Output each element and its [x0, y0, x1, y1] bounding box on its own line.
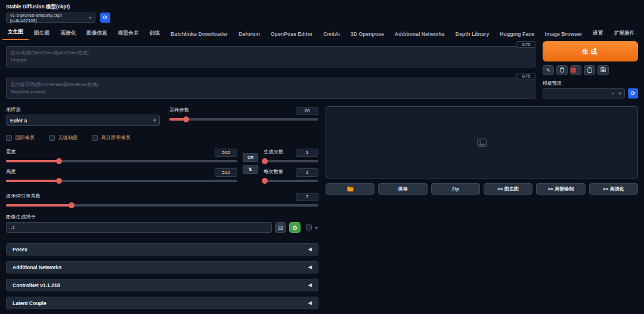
hires-fix-checkbox[interactable]: 高分辨率修复	[92, 134, 131, 141]
tab-extensions[interactable]: 扩展插件	[608, 27, 640, 40]
tab-deforum[interactable]: Deforum	[233, 29, 265, 40]
sampler-label: 采样器	[6, 106, 160, 113]
model-label: Stable Diffusion 模型(ckpt)	[6, 4, 638, 11]
image-placeholder-icon	[477, 138, 487, 147]
style-presets-select[interactable]: × ▾	[543, 88, 625, 98]
width-label: 宽度	[6, 149, 16, 155]
top-bar: Stable Diffusion 模型(ckpt) v1-5-pruned-em…	[0, 0, 644, 23]
tab-img2img[interactable]: 图生图	[29, 27, 55, 40]
token-counter: 0/75	[516, 41, 535, 48]
checkbox-icon	[6, 135, 12, 141]
tab-image-browser[interactable]: Image Browser	[540, 29, 587, 40]
send-to-upscale-button[interactable]: >> 高清化	[589, 183, 638, 195]
tab-png-info[interactable]: 图像信息	[81, 27, 113, 40]
tab-train[interactable]: 训练	[144, 27, 165, 40]
reuse-seed-button[interactable]: ♻	[289, 222, 301, 233]
chevron-left-icon: ◀	[308, 264, 312, 270]
tab-upscale[interactable]: 高清化	[55, 27, 81, 40]
batch-size-input[interactable]: 1	[296, 168, 318, 177]
seed-input[interactable]	[6, 222, 272, 233]
height-input[interactable]: 512	[215, 168, 237, 177]
random-seed-button[interactable]: ⚄	[275, 222, 286, 233]
accordion-posex[interactable]: Posex ◀	[6, 243, 318, 255]
cfg-scale-slider[interactable]	[6, 204, 318, 207]
model-select-value: v1-5-pruned-emaonly.ckpt [cc6cb27103]	[10, 13, 89, 23]
width-input[interactable]: 512	[215, 149, 237, 157]
chevron-down-icon: ▾	[153, 118, 156, 123]
tab-txt2img[interactable]: 文生图	[2, 26, 29, 40]
trash-icon	[559, 67, 565, 73]
batch-size-label: 每次数量	[264, 168, 283, 175]
batch-count-slider[interactable]	[264, 160, 318, 162]
chevron-left-icon: ◀	[308, 300, 312, 306]
app-root: Stable Diffusion 模型(ckpt) v1-5-pruned-em…	[0, 0, 644, 314]
model-select[interactable]: v1-5-pruned-emaonly.ckpt [cc6cb27103] ▾	[6, 13, 95, 23]
restore-faces-checkbox[interactable]: 面部修复	[6, 134, 35, 141]
tab-batchlinks-downloader[interactable]: Batchlinks Downloader	[165, 29, 233, 40]
batch-count-input[interactable]: 1	[296, 149, 318, 157]
clear-icon[interactable]: ×	[612, 91, 615, 96]
tab-3d-openpose[interactable]: 3D Openpose	[345, 29, 389, 40]
aspect-ratio-off-button[interactable]: Off	[243, 153, 258, 162]
accordion-controlnet[interactable]: ControlNet v1.1.218 ◀	[6, 279, 318, 291]
refresh-styles-button[interactable]: ⟳	[628, 88, 638, 98]
send-to-inpaint-button[interactable]: >> 局部绘制	[536, 183, 585, 195]
apply-style-button[interactable]	[584, 65, 595, 75]
paste-params-button[interactable]: ✎	[543, 65, 554, 75]
steps-label: 采样步数	[169, 107, 189, 113]
slider-handle[interactable]	[262, 158, 268, 164]
tab-additional-networks[interactable]: Additional Networks	[389, 29, 450, 40]
batch-size-slider[interactable]	[264, 180, 318, 182]
generate-panel: 生成 ✎ 模板预设	[543, 41, 638, 101]
tab-hugging-face[interactable]: Hugging Face	[494, 29, 539, 40]
negative-prompt-input[interactable]	[6, 78, 535, 99]
height-label: 高度	[6, 168, 16, 175]
cfg-scale-input[interactable]: 7	[296, 193, 318, 201]
steps-slider[interactable]	[169, 118, 318, 121]
steps-input[interactable]: 20	[296, 107, 318, 115]
extra-networks-card-icon	[571, 67, 576, 73]
chevron-down-icon: ▾	[89, 16, 91, 20]
chevron-left-icon: ◀	[308, 282, 312, 288]
refresh-icon: ⟳	[630, 90, 635, 97]
prompt-column: 0/75 0/75	[6, 41, 535, 101]
sampler-select[interactable]: Euler a ▾	[6, 115, 160, 126]
prompt-input[interactable]	[6, 46, 535, 67]
swap-dimensions-button[interactable]: ⇅	[243, 165, 258, 174]
tab-settings[interactable]: 设置	[587, 27, 608, 40]
generate-button[interactable]: 生成	[543, 41, 638, 61]
slider-handle[interactable]	[69, 202, 75, 208]
accordion-additional-networks[interactable]: Additional Networks ◀	[6, 261, 318, 273]
chevron-down-icon: ▾	[618, 91, 621, 96]
save-style-button[interactable]	[597, 65, 609, 75]
accordion-latent-couple[interactable]: Latent Couple ◀	[6, 297, 318, 309]
extra-seed-checkbox[interactable]	[306, 224, 312, 230]
clear-prompt-button[interactable]	[556, 65, 568, 75]
chevron-down-icon[interactable]: ▼	[314, 226, 318, 230]
checkbox-icon	[49, 135, 55, 141]
negative-token-counter: 0/75	[516, 73, 535, 79]
tab-checkpoint-merger[interactable]: 模型合并	[113, 27, 144, 40]
seed-label: 图像生成种子	[6, 214, 318, 220]
slider-handle[interactable]	[262, 178, 268, 184]
tab-openpose-editor[interactable]: OpenPose Editor	[265, 29, 318, 40]
send-to-img2img-button[interactable]: >> 图生图	[484, 183, 532, 195]
tiling-checkbox[interactable]: 无缝贴图	[49, 134, 78, 141]
batch-count-label: 生成次数	[264, 149, 283, 155]
zip-button[interactable]: Zip	[431, 183, 480, 195]
height-slider[interactable]	[6, 180, 237, 182]
save-image-button[interactable]: 保存	[378, 183, 427, 195]
refresh-icon: ⟳	[103, 14, 107, 21]
recycle-icon: ♻	[292, 224, 298, 231]
image-preview	[326, 106, 638, 178]
slider-handle[interactable]	[56, 158, 62, 164]
open-folder-button[interactable]	[326, 183, 374, 195]
tab-depth-library[interactable]: Depth Library	[450, 29, 494, 40]
slider-handle[interactable]	[56, 178, 62, 184]
tab-civitai[interactable]: CivitAi	[318, 29, 345, 40]
width-slider[interactable]	[6, 160, 237, 162]
output-column: 保存 Zip >> 图生图 >> 局部绘制 >> 高清化	[326, 106, 638, 314]
extra-networks-button[interactable]	[570, 65, 581, 75]
refresh-model-button[interactable]: ⟳	[100, 13, 110, 23]
slider-handle[interactable]	[183, 116, 189, 122]
